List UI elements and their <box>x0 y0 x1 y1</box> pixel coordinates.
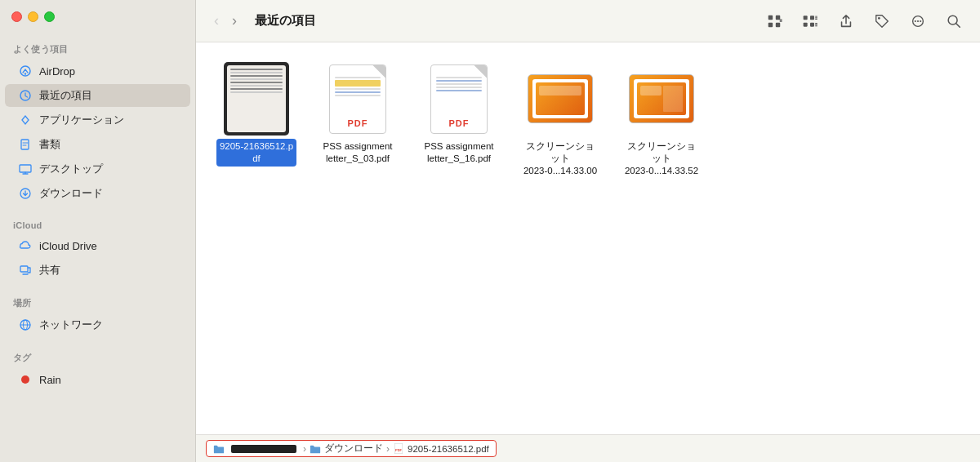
view-grid-button[interactable] <box>761 10 787 33</box>
network-icon <box>18 318 33 332</box>
maximize-button[interactable] <box>44 11 55 22</box>
svg-rect-6 <box>20 266 28 272</box>
sidebar-item-rain[interactable]: Rain <box>5 368 190 391</box>
svg-point-9 <box>21 375 29 384</box>
icloud-section-label: iCloud <box>0 214 195 233</box>
sidebar-item-icloud-drive[interactable]: iCloud Drive <box>5 234 190 257</box>
statusbar-downloads-label: ダウンロード <box>324 442 383 455</box>
statusbar-path: › ダウンロード › PDF 9205-21636512.pdf <box>206 440 497 457</box>
sidebar-item-downloads-label: ダウンロード <box>39 186 103 201</box>
download-folder-icon <box>310 443 321 455</box>
sidebar-item-shared[interactable]: 共有 <box>5 259 190 282</box>
file-grid: 9205-21636512.pdf PSS assignmentletter_S… <box>196 42 980 434</box>
statusbar-filename-label: 9205-21636512.pdf <box>408 444 489 454</box>
file-icon-wrapper-3 <box>426 62 492 135</box>
view-group-button[interactable] <box>797 10 823 33</box>
more-icon <box>910 13 926 29</box>
redacted-path-segment <box>231 445 296 453</box>
sidebar-item-rain-label: Rain <box>39 374 61 386</box>
svg-rect-10 <box>768 15 773 19</box>
file-label-1: 9205-21636512.pdf <box>216 139 296 167</box>
file-item-1[interactable]: 9205-21636512.pdf <box>216 62 297 179</box>
view-group-icon <box>802 13 818 29</box>
sidebar-item-desktop[interactable]: デスクトップ <box>5 158 190 180</box>
path-separator-2: › <box>386 443 390 455</box>
forward-button[interactable]: › <box>227 11 242 31</box>
nav-buttons: ‹ › <box>209 11 242 31</box>
path-separator-1: › <box>303 443 306 455</box>
sidebar-item-airdrop-label: AirDrop <box>39 65 75 78</box>
back-button[interactable]: ‹ <box>209 11 224 31</box>
statusbar: › ダウンロード › PDF 9205-21636512.pdf <box>196 434 980 462</box>
sidebar-item-documents-label: 書類 <box>39 137 60 152</box>
apps-icon <box>18 113 33 127</box>
svg-rect-4 <box>20 165 31 172</box>
svg-rect-17 <box>810 22 814 26</box>
search-button[interactable] <box>941 10 967 33</box>
svg-point-20 <box>915 20 916 21</box>
svg-rect-12 <box>768 22 773 26</box>
main-panel: ‹ › 最近の項目 <box>196 0 980 462</box>
svg-rect-16 <box>810 16 814 20</box>
clock-icon <box>18 88 33 103</box>
tags-section-label: タグ <box>0 345 195 367</box>
sidebar-item-recents-label: 最近の項目 <box>39 88 92 103</box>
airdrop-icon <box>18 64 33 78</box>
file-label-3: PSS assignmentletter_S_16.pdf <box>421 139 497 167</box>
svg-rect-15 <box>804 22 808 26</box>
screenshot-icon-4 <box>528 74 593 123</box>
sidebar-item-recents[interactable]: 最近の項目 <box>5 84 190 107</box>
pdf-icon-2 <box>329 64 386 134</box>
minimize-button[interactable] <box>28 11 38 22</box>
share-button[interactable] <box>833 10 859 33</box>
pdf-dark-icon <box>224 62 289 135</box>
sidebar-item-applications-label: アプリケーション <box>39 113 124 127</box>
file-item-3[interactable]: PSS assignmentletter_S_16.pdf <box>418 62 500 179</box>
view-grid-icon <box>766 13 782 29</box>
toolbar-title: 最近の項目 <box>255 13 316 29</box>
svg-rect-13 <box>776 22 780 26</box>
file-label-5: スクリーンショット2023-0...14.33.52 <box>621 139 702 179</box>
desktop-icon <box>18 162 33 176</box>
sidebar-item-documents[interactable]: 書類 <box>5 133 190 156</box>
cloud-icon <box>18 238 33 253</box>
sidebar-item-network[interactable]: ネットワーク <box>5 313 190 336</box>
sidebar-item-icloud-drive-label: iCloud Drive <box>39 240 97 252</box>
close-button[interactable] <box>11 11 22 22</box>
file-icon-wrapper-4 <box>528 62 593 135</box>
sidebar-item-downloads[interactable]: ダウンロード <box>5 182 190 205</box>
file-icon-wrapper-1 <box>224 62 289 135</box>
doc-icon <box>18 137 33 152</box>
shared-icon <box>18 263 33 278</box>
places-section-label: 場所 <box>0 291 195 313</box>
favorites-section-label: よく使う項目 <box>0 37 195 59</box>
svg-rect-11 <box>776 15 780 19</box>
download-icon <box>18 186 33 201</box>
svg-point-18 <box>878 17 880 20</box>
tag-button[interactable] <box>869 10 895 33</box>
pdf-tiny-icon: PDF <box>393 443 404 455</box>
sidebar-item-airdrop[interactable]: AirDrop <box>5 60 190 82</box>
file-item-4[interactable]: スクリーンショット2023-0...14.33.00 <box>519 62 601 179</box>
file-item-2[interactable]: PSS assignmentletter_S_03.pdf <box>317 62 399 179</box>
sidebar-item-applications[interactable]: アプリケーション <box>5 109 190 131</box>
sidebar: よく使う項目 AirDrop 最近の項目 アプリケーション <box>0 0 196 462</box>
more-button[interactable] <box>905 10 931 33</box>
tag-red-icon <box>18 372 33 387</box>
sidebar-item-shared-label: 共有 <box>39 263 60 278</box>
sidebar-item-desktop-label: デスクトップ <box>39 162 103 176</box>
traffic-lights <box>11 11 55 22</box>
file-label-2: PSS assignmentletter_S_03.pdf <box>319 139 395 167</box>
sidebar-item-network-label: ネットワーク <box>39 318 103 332</box>
file-icon-wrapper-5 <box>629 62 694 135</box>
pdf-icon-3 <box>430 64 488 134</box>
share-icon <box>838 13 854 29</box>
svg-point-1 <box>24 73 26 74</box>
svg-text:PDF: PDF <box>395 448 403 452</box>
file-item-5[interactable]: スクリーンショット2023-0...14.33.52 <box>621 62 702 179</box>
svg-point-22 <box>920 20 921 21</box>
svg-point-21 <box>917 20 919 21</box>
folder-icon <box>213 443 225 455</box>
screenshot-icon-5 <box>629 74 694 123</box>
search-icon <box>946 13 962 29</box>
